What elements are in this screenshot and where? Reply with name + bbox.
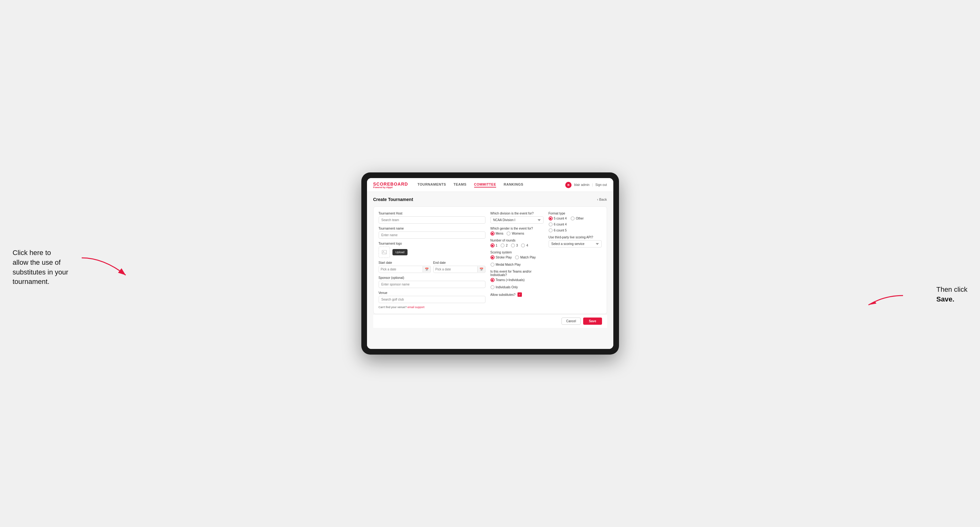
arrow-right-svg: [865, 292, 906, 308]
user-name: blair admin: [574, 183, 589, 187]
logo-placeholder: [379, 246, 390, 258]
end-date-icon: 📅: [477, 266, 485, 272]
gender-womens-dot: [506, 232, 511, 235]
format-5count4[interactable]: 5 count 4: [549, 216, 567, 221]
gender-label: Which gender is the event for?: [490, 227, 544, 230]
individuals-only[interactable]: Individuals Only: [490, 285, 518, 289]
venue-label: Venue: [379, 291, 485, 295]
tournament-name-input[interactable]: [379, 232, 485, 239]
round-4-dot: [521, 243, 525, 248]
tablet-frame: SCOREBOARD Powered by clippd TOURNAMENTS…: [361, 172, 619, 355]
scoring-stroke-dot: [490, 256, 495, 259]
form-col-2: Which division is the event for? NCAA Di…: [490, 212, 544, 309]
nav-right: B blair admin | Sign out: [565, 182, 607, 188]
start-date-wrapper: 📅: [379, 266, 431, 273]
form-col-3: Format type 5 count 4 Other: [549, 212, 602, 309]
format-6count5[interactable]: 6 count 5: [549, 228, 602, 232]
start-date-input[interactable]: [379, 266, 423, 273]
round-1-dot: [490, 243, 495, 248]
nav-teams[interactable]: TEAMS: [454, 183, 466, 187]
round-3-dot: [511, 243, 515, 248]
scoring-medal[interactable]: Medal Match Play: [490, 263, 521, 267]
annotation-right: Then click Save.: [936, 285, 967, 304]
page-header: Create Tournament ‹ Back: [373, 197, 607, 202]
cancel-button[interactable]: Cancel: [562, 317, 581, 325]
gender-mens[interactable]: Mens: [490, 232, 503, 235]
nav-committee[interactable]: COMMITTEE: [474, 183, 496, 187]
start-date-icon: 📅: [423, 266, 430, 272]
tournament-host-input[interactable]: [379, 216, 485, 224]
form-col-1: Tournament Host Tournament name Tourname…: [379, 212, 485, 309]
svg-point-2: [383, 251, 384, 252]
rounds-label: Number of rounds: [490, 239, 544, 242]
tournament-host-label: Tournament Host: [379, 212, 485, 215]
scoring-radio-group: Stroke Play Match Play Medal Match Play: [490, 256, 544, 267]
nav-items: TOURNAMENTS TEAMS COMMITTEE RANKINGS: [418, 183, 566, 187]
scoring-api-group: Use third-party live scoring API? Select…: [549, 235, 602, 248]
substitutes-group: Allow substitutes? ✓: [490, 292, 544, 297]
division-label: Which division is the event for?: [490, 212, 544, 215]
sponsor-label: Sponsor (optional): [379, 276, 485, 279]
teams-radio-group: Teams (+Individuals) Individuals Only: [490, 278, 544, 289]
format-5count4-dot: [549, 216, 553, 221]
teams-plus-dot: [490, 278, 495, 282]
save-button[interactable]: Save: [583, 317, 602, 325]
sponsor-group: Sponsor (optional): [379, 276, 485, 288]
substitutes-label: Allow substitutes?: [490, 293, 515, 297]
tournament-name-label: Tournament name: [379, 227, 485, 230]
round-1[interactable]: 1: [490, 243, 498, 248]
start-date-label: Start date: [379, 261, 431, 264]
format-label: Format type: [549, 212, 602, 215]
format-other[interactable]: Other: [571, 216, 584, 221]
venue-input[interactable]: [379, 296, 485, 303]
nav-bar: SCOREBOARD Powered by clippd TOURNAMENTS…: [367, 178, 613, 192]
email-support-link[interactable]: email support: [407, 306, 425, 309]
annotation-left: Click here to allow the use of substitut…: [13, 248, 68, 287]
scoring-medal-dot: [490, 263, 495, 267]
scoring-stroke[interactable]: Stroke Play: [490, 256, 512, 259]
page-title: Create Tournament: [373, 197, 413, 202]
individuals-only-dot: [490, 285, 495, 289]
end-date-label: End date: [433, 261, 485, 264]
round-3[interactable]: 3: [511, 243, 518, 248]
division-select[interactable]: NCAA Division I: [490, 216, 544, 224]
nav-rankings[interactable]: RANKINGS: [504, 183, 523, 187]
scoring-api-label: Use third-party live scoring API?: [549, 235, 602, 239]
sponsor-input[interactable]: [379, 281, 485, 288]
avatar: B: [565, 182, 571, 188]
venue-group: Venue Can't find your venue? email suppo…: [379, 291, 485, 309]
tournament-host-group: Tournament Host: [379, 212, 485, 224]
scoring-match-dot: [515, 256, 519, 259]
round-2-dot: [501, 243, 504, 248]
nav-tournaments[interactable]: TOURNAMENTS: [418, 183, 446, 187]
format-options: 5 count 4 Other 6 count 4: [549, 216, 602, 232]
back-button[interactable]: ‹ Back: [597, 198, 607, 201]
scoring-match[interactable]: Match Play: [515, 256, 536, 259]
round-2[interactable]: 2: [501, 243, 508, 248]
logo-upload-area: Upload: [379, 246, 485, 258]
gender-womens[interactable]: Womens: [506, 232, 524, 235]
teams-label: Is this event for Teams and/or Individua…: [490, 270, 544, 277]
end-date-input[interactable]: [434, 266, 477, 273]
teams-group: Is this event for Teams and/or Individua…: [490, 270, 544, 289]
upload-button[interactable]: Upload: [393, 249, 408, 256]
logo-area: SCOREBOARD Powered by clippd: [373, 181, 408, 189]
tournament-logo-label: Tournament logo: [379, 242, 485, 245]
division-group: Which division is the event for? NCAA Di…: [490, 212, 544, 224]
tablet-screen: SCOREBOARD Powered by clippd TOURNAMENTS…: [367, 178, 613, 349]
gender-mens-dot: [490, 232, 495, 235]
rounds-group: Number of rounds 1 2: [490, 239, 544, 248]
teams-plus-individuals[interactable]: Teams (+Individuals): [490, 278, 525, 282]
format-6count4-dot: [549, 222, 553, 227]
sign-out-link[interactable]: Sign out: [595, 183, 607, 187]
page-content: Create Tournament ‹ Back Tournament Host…: [367, 192, 613, 349]
format-group: Format type 5 count 4 Other: [549, 212, 602, 232]
substitutes-checkbox[interactable]: ✓: [517, 292, 522, 297]
round-4[interactable]: 4: [521, 243, 528, 248]
format-row-1: 5 count 4 Other: [549, 216, 602, 221]
rounds-radio-group: 1 2 3: [490, 243, 544, 248]
format-6count4[interactable]: 6 count 4: [549, 222, 602, 227]
scoring-api-select[interactable]: Select a scoring service: [549, 240, 602, 248]
form-footer: Cancel Save: [373, 314, 607, 328]
form-grid: Tournament Host Tournament name Tourname…: [373, 206, 607, 314]
